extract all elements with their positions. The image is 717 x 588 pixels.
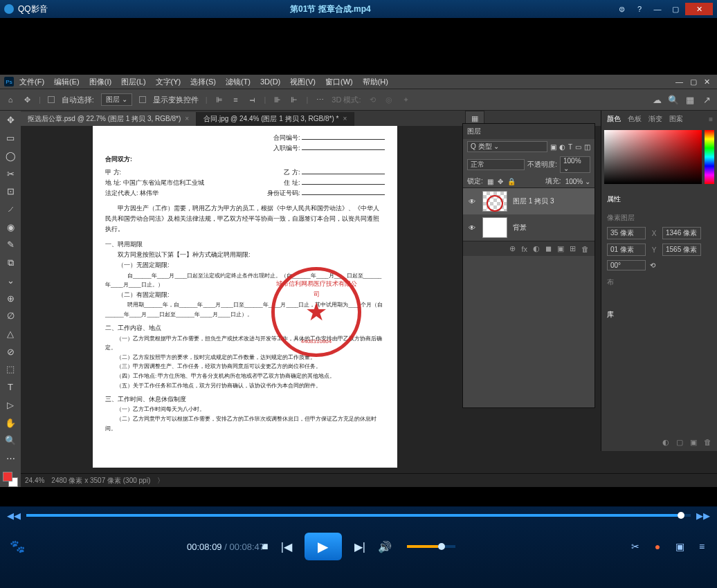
panel-icon-1[interactable]: ◐: [662, 438, 669, 447]
fullscreen-button[interactable]: ▣: [673, 540, 687, 553]
ps-close-button[interactable]: ✕: [704, 77, 710, 86]
history-brush-tool[interactable]: ⌄: [3, 273, 17, 287]
distribute-h-icon[interactable]: ⊪: [273, 95, 282, 104]
search-icon[interactable]: 🔍: [669, 95, 678, 104]
lock-pixels-icon[interactable]: ▦: [487, 178, 493, 185]
filter-adj-icon[interactable]: ◐: [559, 143, 565, 151]
filter-smart-icon[interactable]: ◫: [584, 143, 590, 151]
trash-icon[interactable]: 🗑: [581, 245, 589, 253]
menu-image[interactable]: 图像(I): [89, 77, 111, 87]
next-button[interactable]: ▶|: [354, 540, 365, 553]
lasso-tool[interactable]: ◯: [3, 149, 17, 163]
tab-properties[interactable]: 属性: [607, 194, 621, 204]
panel-icon-4[interactable]: 🗑: [704, 438, 711, 447]
home-icon[interactable]: ⌂: [6, 95, 15, 104]
dock-icon-1[interactable]: ▦: [471, 114, 478, 123]
zoom-tool[interactable]: 🔍: [3, 434, 17, 448]
chat-icon[interactable]: ⊜: [613, 3, 630, 15]
pen-tool[interactable]: ⬚: [3, 362, 17, 376]
fg-bg-colors[interactable]: [3, 472, 18, 487]
panel-icon-3[interactable]: ▣: [690, 438, 697, 447]
tab-swatch[interactable]: 色板: [628, 114, 642, 124]
prop-h[interactable]: 01 像素: [607, 244, 646, 256]
3d-icon-3[interactable]: ✦: [401, 95, 410, 104]
menu-type[interactable]: 文字(Y): [156, 77, 181, 87]
move-tool-icon[interactable]: ✥: [22, 95, 32, 104]
brush-tool[interactable]: ✎: [3, 238, 17, 252]
play-button[interactable]: ▶: [305, 533, 342, 560]
3d-icon-2[interactable]: ◎: [384, 95, 394, 104]
panel-menu-icon[interactable]: ≡: [709, 116, 713, 123]
mask-icon[interactable]: ◐: [533, 244, 540, 253]
visibility-icon[interactable]: 👁: [467, 224, 477, 232]
frame-tool[interactable]: ⊡: [3, 185, 17, 199]
menu-edit[interactable]: 编辑(E): [54, 77, 80, 87]
menu-select[interactable]: 选择(S): [190, 77, 216, 87]
prev-button[interactable]: |◀: [281, 540, 292, 553]
seek-back-button[interactable]: ◀◀: [7, 511, 21, 521]
align-right-icon[interactable]: ⫤: [248, 95, 257, 104]
color-field[interactable]: [604, 130, 702, 184]
fx-icon[interactable]: fx: [521, 245, 527, 253]
autoselect-target[interactable]: 图层 ⌄: [101, 93, 132, 106]
doc-tab-1[interactable]: 抠选后公章.psd @ 22.7% (图层 1 拷贝 3, RGB/8*)×: [21, 112, 197, 126]
edit-toolbar[interactable]: ⋯: [3, 452, 17, 466]
menu-window[interactable]: 窗口(W): [325, 77, 353, 87]
healing-tool[interactable]: ◉: [3, 220, 17, 234]
opacity-value[interactable]: 100% ⌄: [560, 156, 590, 173]
3d-icon-1[interactable]: ⟲: [367, 95, 377, 104]
ps-max-button[interactable]: ▢: [690, 77, 697, 86]
menu-help[interactable]: 帮助(H): [363, 77, 388, 87]
menu-3d[interactable]: 3D(D): [260, 77, 280, 86]
tab-library[interactable]: 库: [607, 310, 614, 320]
prop-w[interactable]: 35 像素: [607, 227, 646, 239]
fill-value[interactable]: 100% ⌄: [565, 178, 590, 185]
record-button[interactable]: ●: [651, 540, 664, 553]
close-button[interactable]: ✕: [685, 3, 713, 15]
cloud-icon[interactable]: ☁: [652, 95, 662, 104]
menu-view[interactable]: 视图(V): [290, 77, 316, 87]
eyedropper-tool[interactable]: ⟋: [3, 203, 17, 217]
share-icon[interactable]: ↗: [702, 95, 711, 104]
lock-position-icon[interactable]: ✥: [498, 178, 503, 185]
hue-slider[interactable]: [705, 130, 714, 184]
volume-slider[interactable]: [407, 545, 455, 548]
snip-button[interactable]: ✂: [628, 540, 642, 553]
marquee-tool[interactable]: ▭: [3, 131, 17, 145]
hand-tool[interactable]: ✋: [3, 416, 17, 430]
volume-icon[interactable]: 🔊: [378, 540, 392, 553]
blur-tool[interactable]: △: [3, 327, 17, 341]
panel-icon-2[interactable]: ▢: [676, 438, 683, 447]
align-left-icon[interactable]: ⊫: [215, 95, 224, 104]
zoom-level[interactable]: 24.4%: [25, 477, 44, 484]
transform-checkbox[interactable]: [139, 96, 146, 103]
path-tool[interactable]: ▷: [3, 398, 17, 412]
menu-layer[interactable]: 图层(L): [121, 77, 145, 87]
color-picker[interactable]: [601, 127, 717, 187]
playlist-button[interactable]: ≡: [695, 540, 709, 553]
visibility-icon[interactable]: 👁: [467, 198, 477, 205]
crop-tool[interactable]: ✂: [3, 167, 17, 181]
prop-y[interactable]: 1565 像素: [662, 244, 701, 256]
seek-bar[interactable]: [26, 514, 691, 517]
minimize-button[interactable]: —: [649, 3, 666, 15]
tab-pattern[interactable]: 图案: [669, 114, 683, 124]
menu-file[interactable]: 文件(F): [19, 77, 44, 87]
prop-angle[interactable]: 00°: [607, 260, 646, 270]
workspace-icon[interactable]: ▦: [685, 95, 695, 104]
type-tool[interactable]: T: [3, 380, 17, 394]
autoselect-checkbox[interactable]: [48, 96, 55, 103]
dodge-tool[interactable]: ⊘: [3, 344, 17, 358]
seek-fwd-button[interactable]: ▶▶: [696, 511, 710, 521]
prop-x[interactable]: 1346 像素: [662, 227, 701, 239]
link-icon[interactable]: ⊕: [509, 244, 516, 253]
align-center-icon[interactable]: ≡: [231, 95, 241, 104]
gradient-tool[interactable]: ∅: [3, 309, 17, 323]
eraser-tool[interactable]: ⊕: [3, 291, 17, 305]
menu-filter[interactable]: 滤镜(T): [226, 77, 251, 87]
blend-mode[interactable]: 正常: [467, 159, 525, 170]
layer-filter-kind[interactable]: Q 类型 ⌄: [467, 141, 547, 152]
layer-item-1[interactable]: 👁 图层 1 拷贝 3: [463, 188, 595, 214]
group-icon[interactable]: ▣: [557, 244, 564, 253]
filter-type-icon[interactable]: T: [568, 143, 572, 151]
